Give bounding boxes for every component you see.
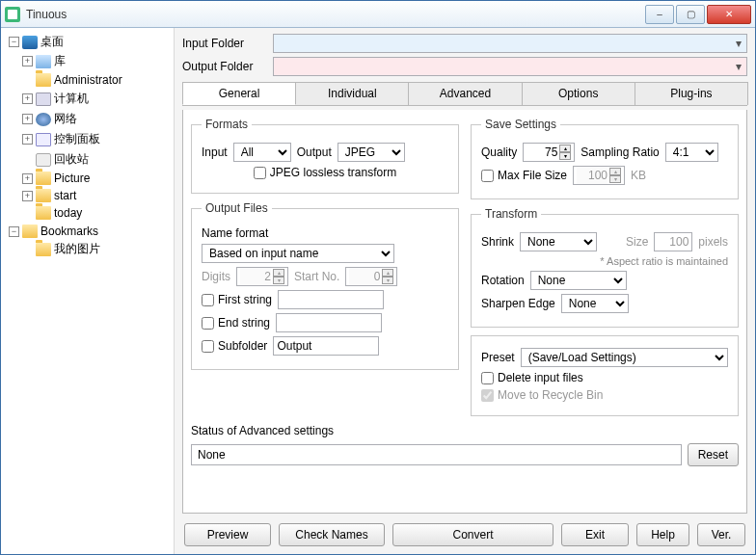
output-files-legend: Output Files: [202, 201, 272, 215]
tree-item-today[interactable]: today: [20, 205, 172, 221]
tree-label: 库: [54, 53, 66, 69]
maxfilesize-stepper: ▴▾: [573, 166, 625, 185]
sampling-select[interactable]: 4:1: [665, 143, 718, 162]
control-panel-icon: [36, 133, 51, 146]
digits-label: Digits: [202, 270, 230, 283]
transform-group: Transform Shrink None Size pixels * Aspe…: [471, 207, 739, 328]
check-names-button[interactable]: Check Names: [279, 523, 385, 546]
size-input: [654, 232, 692, 251]
app-title: Tinuous: [26, 8, 643, 21]
tree-item-recycle[interactable]: 回收站: [20, 150, 172, 169]
tree-label: 计算机: [54, 91, 89, 107]
status-label: Status of Advanced settings: [191, 424, 334, 437]
quality-stepper[interactable]: ▴▾: [523, 143, 575, 162]
first-string-input[interactable]: [278, 290, 384, 309]
computer-icon: [36, 92, 51, 106]
startno-label: Start No.: [294, 270, 339, 283]
tree-item-lib[interactable]: +库: [20, 52, 172, 70]
input-format-select[interactable]: All: [233, 143, 291, 162]
pixels-label: pixels: [698, 235, 728, 249]
folder-icon: [36, 73, 51, 87]
tree-item-desktop[interactable]: − 桌面: [7, 33, 172, 51]
help-button[interactable]: Help: [636, 523, 689, 546]
chevron-down-icon[interactable]: ▾: [731, 60, 746, 73]
tree-label: Bookmarks: [40, 225, 98, 238]
exit-button[interactable]: Exit: [561, 523, 629, 546]
move-recycle-checkbox: Move to Recycle Bin: [481, 388, 603, 402]
minimize-button[interactable]: –: [645, 5, 674, 24]
kb-label: KB: [631, 169, 646, 182]
close-button[interactable]: ✕: [707, 5, 751, 24]
tree-item-bookmarks[interactable]: − Bookmarks: [7, 224, 172, 239]
tree-item-computer[interactable]: +计算机: [20, 90, 172, 108]
sharpen-label: Sharpen Edge: [481, 297, 555, 310]
tab-individual[interactable]: Individual: [295, 82, 409, 105]
digits-stepper: ▴▾: [236, 267, 288, 286]
subfolder-checkbox[interactable]: Subfolder: [202, 339, 267, 353]
reset-button[interactable]: Reset: [688, 443, 739, 466]
main-panel: Input Folder ▾ Output Folder ▾ General I…: [175, 28, 755, 554]
tree-item-picture[interactable]: +Picture: [20, 171, 172, 186]
expand-toggle[interactable]: +: [22, 173, 33, 184]
folder-icon: [36, 172, 51, 185]
rotation-select[interactable]: None: [530, 271, 627, 290]
expand-toggle[interactable]: +: [22, 56, 33, 66]
folder-icon: [36, 243, 51, 256]
input-folder-combo[interactable]: ▾: [273, 34, 747, 53]
delete-input-checkbox[interactable]: Delete input files: [481, 371, 583, 384]
name-format-select[interactable]: Based on input name: [202, 244, 394, 263]
end-string-input[interactable]: [276, 313, 382, 332]
tab-advanced[interactable]: Advanced: [408, 82, 522, 105]
preview-button[interactable]: Preview: [184, 523, 271, 546]
chevron-down-icon[interactable]: ▾: [731, 37, 746, 50]
lossless-checkbox[interactable]: JPEG lossless transform: [254, 166, 396, 179]
folder-icon: [36, 206, 51, 220]
network-icon: [36, 113, 51, 126]
expand-toggle[interactable]: +: [22, 134, 33, 145]
tree-item-control[interactable]: +控制面板: [20, 130, 172, 148]
expand-toggle[interactable]: −: [9, 37, 19, 47]
expand-toggle[interactable]: −: [9, 226, 19, 237]
folder-tree-panel: − 桌面 +库 Administrator +计算机 +网络 +控制面板 回收站…: [1, 28, 175, 554]
name-format-label: Name format: [202, 226, 268, 240]
expand-toggle[interactable]: +: [22, 114, 33, 124]
tree-item-admin[interactable]: Administrator: [20, 72, 172, 88]
shrink-select[interactable]: None: [520, 232, 597, 251]
output-format-select[interactable]: JPEG: [338, 143, 405, 162]
recycle-bin-icon: [36, 153, 51, 167]
sampling-label: Sampling Ratio: [580, 145, 659, 159]
tab-options[interactable]: Options: [522, 82, 635, 105]
version-button[interactable]: Ver.: [697, 523, 745, 546]
tab-general[interactable]: General: [182, 82, 296, 105]
expand-toggle[interactable]: +: [22, 191, 33, 201]
subfolder-input[interactable]: [273, 336, 379, 356]
shrink-label: Shrink: [481, 235, 514, 249]
status-value: None: [191, 444, 682, 465]
desktop-icon: [22, 36, 38, 49]
expand-toggle[interactable]: +: [22, 93, 33, 104]
sharpen-select[interactable]: None: [561, 294, 629, 313]
titlebar[interactable]: Tinuous – ▢ ✕: [1, 1, 755, 28]
convert-button[interactable]: Convert: [392, 523, 554, 546]
tree-label: today: [54, 206, 82, 220]
output-folder-combo[interactable]: ▾: [273, 57, 747, 76]
end-string-checkbox[interactable]: End string: [202, 316, 270, 330]
folder-tree[interactable]: − 桌面 +库 Administrator +计算机 +网络 +控制面板 回收站…: [3, 32, 172, 260]
output-format-label: Output: [297, 145, 332, 159]
tree-item-mypics[interactable]: 我的图片: [20, 240, 172, 258]
tree-label: 控制面板: [54, 131, 100, 147]
output-folder-label: Output Folder: [182, 60, 269, 73]
tree-item-start[interactable]: +start: [20, 188, 172, 203]
tree-item-network[interactable]: +网络: [20, 110, 172, 128]
maximize-button[interactable]: ▢: [676, 5, 705, 24]
bookmarks-icon: [22, 225, 38, 238]
preset-select[interactable]: (Save/Load Settings): [521, 348, 728, 367]
tab-bar: General Individual Advanced Options Plug…: [182, 82, 747, 106]
tree-label: start: [54, 189, 76, 202]
tab-plugins[interactable]: Plug-ins: [634, 82, 748, 105]
first-string-checkbox[interactable]: First string: [202, 293, 272, 306]
input-format-label: Input: [202, 145, 228, 159]
tree-label: 我的图片: [54, 241, 100, 257]
formats-group: Formats Input All Output JPEG JPEG lossl…: [191, 118, 459, 194]
maxfilesize-checkbox[interactable]: Max File Size: [481, 169, 567, 182]
